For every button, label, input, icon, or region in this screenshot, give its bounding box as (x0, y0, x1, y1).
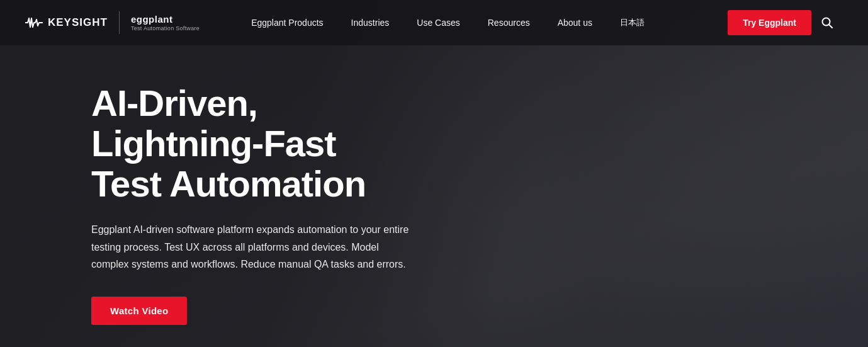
nav-link-industries[interactable]: Industries (337, 0, 403, 45)
nav-link-japanese[interactable]: 日本語 (606, 0, 658, 45)
keysight-text: KEYSIGHT (48, 16, 108, 29)
logo-area: KEYSIGHT eggplant Test Automation Softwa… (25, 11, 200, 34)
hero-section: KEYSIGHT eggplant Test Automation Softwa… (0, 0, 868, 347)
hero-content: AI-Driven, Lightning-Fast Test Automatio… (0, 45, 441, 347)
nav-link-use-cases[interactable]: Use Cases (403, 0, 473, 45)
try-eggplant-button[interactable]: Try Eggplant (728, 10, 811, 35)
search-button[interactable] (811, 17, 843, 28)
keysight-logo[interactable]: KEYSIGHT (25, 16, 108, 29)
nav-links: Eggplant Products Industries Use Cases R… (237, 0, 723, 45)
nav-link-about-us[interactable]: About us (544, 0, 606, 45)
eggplant-logo[interactable]: eggplant Test Automation Software (131, 14, 200, 31)
watch-video-button[interactable]: Watch Video (91, 297, 187, 325)
eggplant-tagline: Test Automation Software (131, 25, 200, 31)
hero-title: AI-Driven, Lightning-Fast Test Automatio… (91, 83, 415, 203)
hero-description: Eggplant AI-driven software platform exp… (91, 221, 415, 273)
nav-link-eggplant-products[interactable]: Eggplant Products (237, 0, 337, 45)
nav-link-resources[interactable]: Resources (474, 0, 544, 45)
svg-line-1 (829, 25, 832, 28)
hero-title-line2: Test Automation (91, 163, 366, 204)
eggplant-name: eggplant (131, 14, 200, 25)
search-icon (821, 17, 833, 28)
keysight-waveform-icon (25, 16, 43, 29)
navbar: KEYSIGHT eggplant Test Automation Softwa… (0, 0, 868, 45)
logo-divider (119, 11, 120, 34)
hero-title-line1: AI-Driven, Lightning-Fast (91, 82, 336, 164)
